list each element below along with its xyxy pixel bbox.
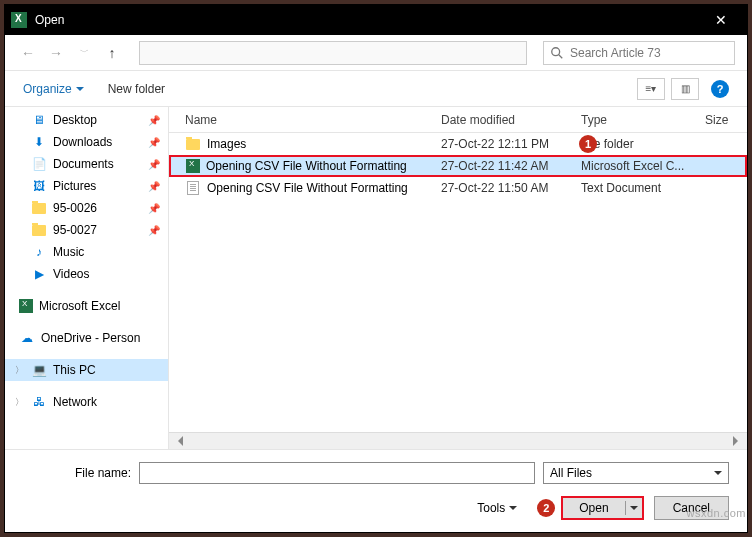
tree-downloads[interactable]: ⬇Downloads📌 [5, 131, 168, 153]
filename-label: File name: [23, 466, 131, 480]
dialog-body: 🖥Desktop📌 ⬇Downloads📌 📄Documents📌 🖼Pictu… [5, 107, 747, 449]
tree-music[interactable]: ♪Music [5, 241, 168, 263]
col-type[interactable]: Type [581, 113, 705, 127]
pin-icon: 📌 [148, 159, 160, 170]
column-headers: Name Date modified Type Size [169, 107, 747, 133]
view-controls: ≡▾ ▥ ? [637, 78, 729, 100]
filename-input[interactable] [139, 462, 535, 484]
open-button[interactable]: Open [561, 496, 643, 520]
col-name[interactable]: Name [185, 113, 441, 127]
onedrive-icon: ☁ [19, 330, 35, 346]
annotation-badge-2: 2 [537, 499, 555, 517]
tree-onedrive[interactable]: ☁OneDrive - Person [5, 327, 168, 349]
watermark: wsxdn.com [686, 507, 746, 519]
desktop-icon: 🖥 [31, 112, 47, 128]
toolbar: Organize New folder ≡▾ ▥ ? [5, 71, 747, 107]
file-row-selected[interactable]: Opening CSV File Without Formatting 27-O… [169, 155, 747, 177]
forward-button: → [45, 42, 67, 64]
file-filter-dropdown[interactable]: All Files [543, 462, 729, 484]
organize-button[interactable]: Organize [23, 82, 84, 96]
search-icon [550, 46, 564, 60]
new-folder-button[interactable]: New folder [108, 82, 165, 96]
tools-dropdown[interactable]: Tools [477, 501, 517, 515]
tree-videos[interactable]: ▶Videos [5, 263, 168, 285]
pin-icon: 📌 [148, 225, 160, 236]
tree-network[interactable]: 〉🖧Network [5, 391, 168, 413]
download-icon: ⬇ [31, 134, 47, 150]
bottom-panel: File name: All Files Tools 2 Open Cancel [5, 449, 747, 532]
excel-app-icon [11, 12, 27, 28]
search-placeholder: Search Article 73 [570, 46, 661, 60]
pin-icon: 📌 [148, 203, 160, 214]
open-dialog: Open ✕ ← → ﹀ ↑ Search Article 73 Organiz… [4, 4, 748, 533]
expand-icon[interactable]: 〉 [15, 364, 24, 377]
excel-file-icon [186, 159, 200, 173]
up-button[interactable]: ↑ [101, 42, 123, 64]
address-bar[interactable] [139, 41, 527, 65]
pin-icon: 📌 [148, 181, 160, 192]
folder-icon [186, 139, 200, 150]
tree-this-pc[interactable]: 〉💻This PC [5, 359, 168, 381]
text-file-icon [187, 181, 199, 195]
music-icon: ♪ [31, 244, 47, 260]
tree-folder-2[interactable]: 95-0027📌 [5, 219, 168, 241]
help-button[interactable]: ? [711, 80, 729, 98]
excel-icon [19, 299, 33, 313]
file-row[interactable]: Images 27-Oct-22 12:11 PM File folder 1 [169, 133, 747, 155]
network-icon: 🖧 [31, 394, 47, 410]
col-date[interactable]: Date modified [441, 113, 581, 127]
expand-icon[interactable]: 〉 [15, 396, 24, 409]
recent-dropdown[interactable]: ﹀ [73, 42, 95, 64]
file-row[interactable]: Opening CSV File Without Formatting 27-O… [169, 177, 747, 199]
close-button[interactable]: ✕ [701, 12, 741, 28]
back-button[interactable]: ← [17, 42, 39, 64]
nav-bar: ← → ﹀ ↑ Search Article 73 [5, 35, 747, 71]
tree-desktop[interactable]: 🖥Desktop📌 [5, 109, 168, 131]
annotation-badge-1: 1 [579, 135, 597, 153]
preview-pane-button[interactable]: ▥ [671, 78, 699, 100]
titlebar: Open ✕ [5, 5, 747, 35]
col-size[interactable]: Size [705, 113, 747, 127]
tree-pictures[interactable]: 🖼Pictures📌 [5, 175, 168, 197]
tree-excel[interactable]: Microsoft Excel [5, 295, 168, 317]
svg-point-0 [552, 47, 560, 55]
folder-icon [32, 203, 46, 214]
svg-line-1 [559, 54, 563, 58]
file-list[interactable]: Images 27-Oct-22 12:11 PM File folder 1 … [169, 133, 747, 432]
horizontal-scrollbar[interactable] [169, 432, 747, 449]
view-list-button[interactable]: ≡▾ [637, 78, 665, 100]
open-dropdown[interactable] [626, 502, 642, 514]
window-title: Open [35, 13, 701, 27]
folder-icon [32, 225, 46, 236]
documents-icon: 📄 [31, 156, 47, 172]
pin-icon: 📌 [148, 137, 160, 148]
search-input[interactable]: Search Article 73 [543, 41, 735, 65]
tree-documents[interactable]: 📄Documents📌 [5, 153, 168, 175]
videos-icon: ▶ [31, 266, 47, 282]
nav-tree[interactable]: 🖥Desktop📌 ⬇Downloads📌 📄Documents📌 🖼Pictu… [5, 107, 169, 449]
tree-folder-1[interactable]: 95-0026📌 [5, 197, 168, 219]
pc-icon: 💻 [31, 362, 47, 378]
pin-icon: 📌 [148, 115, 160, 126]
file-pane: Name Date modified Type Size Images 27-O… [169, 107, 747, 449]
pictures-icon: 🖼 [31, 178, 47, 194]
